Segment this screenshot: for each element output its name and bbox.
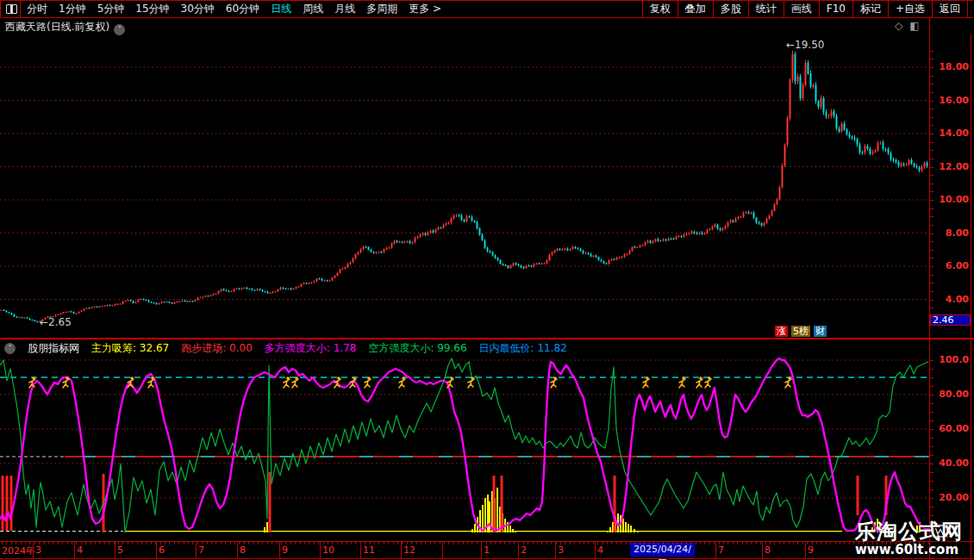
timeframe-tab-60分钟[interactable]: 60分钟: [226, 1, 259, 17]
month-label-5: 5: [117, 544, 123, 556]
runner-icon: [284, 376, 290, 388]
axis-tick: [930, 167, 933, 168]
toolbar-button-叠加[interactable]: 叠加: [677, 1, 713, 17]
minor-tick: [72, 542, 72, 544]
minor-tick: [490, 542, 491, 544]
minor-tick: [690, 542, 691, 544]
toolbar-button-+自选[interactable]: +自选: [888, 1, 932, 17]
axis-tick: [930, 109, 933, 109]
minor-tick: [793, 542, 794, 544]
minor-tick: [67, 542, 68, 544]
runner-icon: [785, 376, 791, 388]
runner-icon: [696, 376, 702, 388]
badge-财[interactable]: 财: [814, 326, 827, 337]
timeframe-tab-分时[interactable]: 分时: [27, 1, 47, 17]
toolbar-button-统计[interactable]: 统计: [748, 1, 784, 17]
axis-tick: [930, 134, 933, 134]
axis-tick: [930, 360, 933, 361]
axis-tick: [930, 101, 933, 102]
minor-tick: [39, 542, 40, 544]
minor-tick: [621, 542, 621, 544]
right-edge-line: [971, 34, 971, 560]
minor-tick: [603, 542, 603, 544]
toolbar-button-标记[interactable]: 标记: [852, 1, 888, 17]
timeframe-tab-15分钟[interactable]: 15分钟: [135, 1, 169, 17]
month-divider: [442, 542, 443, 559]
price-axis-label: 18.00: [939, 61, 969, 72]
minor-tick: [141, 542, 142, 544]
minor-tick: [840, 542, 840, 544]
timeframe-tabs: 分时1分钟5分钟15分钟30分钟60分钟日线周线月线多周期更多 >: [27, 1, 441, 17]
minor-tick: [258, 542, 259, 544]
minor-tick: [849, 542, 850, 544]
month-label-9: 9: [282, 544, 288, 556]
minor-tick: [393, 542, 394, 544]
timeframe-tab-30分钟[interactable]: 30分钟: [181, 1, 215, 17]
month-divider: [115, 542, 116, 559]
month-divider: [156, 542, 157, 559]
axis-tick: [930, 184, 933, 184]
indicator-header: ˅ 股朋指标网 主力吸筹: 32.67跑步进场: 0.00多方强度大小: 1.7…: [0, 340, 933, 356]
axis-tick: [930, 175, 933, 176]
minor-tick: [146, 542, 147, 544]
runner-icon: [551, 376, 557, 388]
minor-tick: [388, 542, 389, 544]
minor-tick: [760, 542, 761, 544]
minor-tick: [593, 542, 594, 544]
timeframe-tab-周线[interactable]: 周线: [303, 1, 323, 17]
minor-tick: [495, 542, 496, 544]
minor-tick: [430, 542, 431, 544]
minor-tick: [267, 542, 268, 544]
axis-tick: [930, 498, 933, 499]
minor-tick: [277, 542, 278, 544]
minor-tick: [727, 542, 728, 544]
timeframe-tab-更多 >[interactable]: 更多 >: [409, 1, 441, 17]
minor-tick: [221, 542, 222, 544]
trading-app-window: 分时1分钟5分钟15分钟30分钟60分钟日线周线月线多周期更多 > 复权叠加多股…: [0, 0, 974, 560]
diamond-icon[interactable]: ◇: [895, 20, 909, 32]
toolbar-button-画线[interactable]: 画线: [784, 1, 819, 17]
chevron-down-icon[interactable]: ˅: [4, 343, 16, 354]
minor-tick: [99, 542, 100, 544]
indicator-value-空方强度大小: 空方强度大小: 99.66: [368, 341, 466, 356]
toolbar-button-多股[interactable]: 多股: [713, 1, 748, 17]
minor-tick: [421, 542, 421, 544]
minor-tick: [137, 542, 138, 544]
minor-tick: [188, 542, 189, 544]
toolbar-button-F10[interactable]: F10: [819, 1, 852, 17]
minor-tick: [44, 542, 45, 544]
axis-tick: [930, 258, 933, 258]
indicator-chart[interactable]: [0, 356, 929, 541]
timeframe-tab-月线[interactable]: 月线: [334, 1, 355, 17]
timeframe-tab-5分钟[interactable]: 5分钟: [97, 1, 125, 17]
minor-tick: [425, 542, 426, 544]
stock-title[interactable]: 西藏天路(日线.前复权)˅: [5, 20, 125, 35]
axis-tick: [930, 308, 933, 308]
month-divider: [74, 542, 75, 559]
badge-涨[interactable]: 涨: [775, 326, 788, 337]
title-bar-icons: ◇◧: [895, 20, 927, 32]
axis-tick: [930, 515, 933, 516]
minor-tick: [202, 542, 203, 544]
axis-tick: [930, 300, 933, 301]
minor-tick: [509, 542, 510, 544]
badge-5榜[interactable]: 5榜: [791, 326, 810, 337]
minor-tick: [453, 542, 454, 544]
minor-tick: [347, 542, 347, 544]
timeframe-tab-多周期[interactable]: 多周期: [366, 1, 397, 17]
window-split-icon[interactable]: [6, 4, 17, 14]
main-candlestick-chart[interactable]: ←19.50←2.65: [0, 34, 929, 338]
minor-tick: [556, 542, 557, 544]
toolbar-button-返回[interactable]: 返回: [932, 1, 968, 17]
minor-tick: [467, 542, 468, 544]
panel-layout-icon[interactable]: ◧: [909, 20, 926, 32]
minor-tick: [765, 542, 766, 544]
toolbar-button-复权[interactable]: 复权: [642, 1, 677, 17]
timeframe-tab-日线[interactable]: 日线: [271, 1, 291, 17]
axis-tick: [930, 250, 933, 251]
minor-tick: [653, 542, 654, 544]
indicator-source[interactable]: 股朋指标网: [28, 341, 79, 356]
timeframe-tab-1分钟[interactable]: 1分钟: [59, 1, 86, 17]
minor-tick: [704, 542, 705, 544]
minor-tick: [700, 542, 701, 544]
